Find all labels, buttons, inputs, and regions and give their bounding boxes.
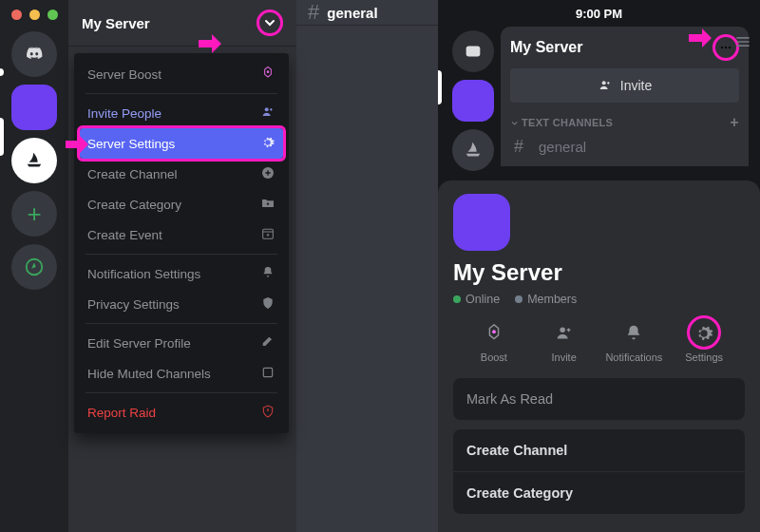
server-icon-large bbox=[453, 194, 510, 251]
menu-privacy-settings[interactable]: Privacy Settings bbox=[80, 289, 283, 319]
hash-icon: # bbox=[308, 0, 319, 25]
server-icon-selected[interactable] bbox=[11, 85, 57, 130]
menu-create-event[interactable]: Create Event bbox=[80, 219, 283, 250]
tutorial-arrow-icon bbox=[61, 135, 93, 154]
guild-pill-indicator bbox=[0, 118, 4, 156]
menu-hide-muted[interactable]: Hide Muted Channels bbox=[80, 358, 283, 389]
sheet-create-channel[interactable]: Create Channel bbox=[453, 429, 745, 472]
add-person-icon bbox=[260, 104, 276, 123]
shield-icon bbox=[260, 295, 276, 314]
server-header[interactable]: My Server bbox=[68, 0, 296, 46]
midjourney-icon bbox=[24, 150, 45, 171]
mobile-channel-panel: My Server Invite TEXT CHANNELS + # gener… bbox=[501, 27, 749, 166]
guild-pill-indicator bbox=[438, 70, 442, 104]
add-person-icon bbox=[598, 78, 613, 93]
action-settings[interactable]: Settings bbox=[669, 321, 739, 363]
channel-name: general bbox=[327, 5, 377, 21]
message-icon bbox=[463, 41, 484, 62]
server-stats: Online Members bbox=[453, 293, 745, 306]
action-row: Boost Invite Notifications Settings bbox=[453, 321, 745, 363]
online-dot-icon bbox=[453, 295, 461, 303]
menu-report-raid[interactable]: Report Raid bbox=[80, 397, 283, 428]
menu-separator bbox=[86, 93, 277, 94]
menu-notification-settings[interactable]: Notification Settings bbox=[80, 258, 283, 289]
sheet-list-card: Create Channel Create Category bbox=[453, 429, 745, 514]
desktop-app: + My Server # general Server Boost Invit… bbox=[0, 0, 438, 532]
channel-item[interactable]: # general bbox=[501, 133, 749, 161]
discord-logo-icon bbox=[24, 44, 45, 65]
server-dropdown-menu: Server Boost Invite People Server Settin… bbox=[74, 53, 289, 433]
bell-icon bbox=[623, 323, 644, 344]
members-dot-icon bbox=[515, 295, 522, 303]
action-boost[interactable]: Boost bbox=[459, 321, 529, 363]
sheet-create-category[interactable]: Create Category bbox=[453, 472, 745, 514]
gear-icon bbox=[260, 135, 276, 153]
menu-edit-server-profile[interactable]: Edit Server Profile bbox=[80, 328, 283, 358]
menu-create-channel[interactable]: Create Channel bbox=[80, 159, 283, 189]
home-button[interactable] bbox=[11, 31, 57, 77]
calendar-plus-icon bbox=[260, 226, 276, 244]
chevron-down-icon bbox=[510, 119, 518, 126]
hamburger-button[interactable] bbox=[733, 32, 752, 55]
add-server-button[interactable]: + bbox=[11, 191, 57, 237]
server-name: My Server bbox=[82, 15, 150, 31]
menu-create-category[interactable]: Create Category bbox=[80, 189, 283, 219]
server-dropdown-button[interactable] bbox=[256, 10, 283, 36]
direct-messages-button[interactable] bbox=[452, 30, 494, 72]
add-channel-button[interactable]: + bbox=[730, 114, 739, 131]
mobile-guild-rail bbox=[446, 27, 501, 171]
sheet-server-name: My Server bbox=[453, 260, 745, 285]
midjourney-icon bbox=[463, 140, 484, 161]
server-name: My Server bbox=[510, 39, 583, 56]
chevron-down-icon bbox=[262, 15, 277, 30]
guild-pill-indicator bbox=[0, 68, 4, 76]
window-traffic-lights[interactable] bbox=[11, 6, 58, 28]
tutorial-arrow-icon bbox=[194, 34, 226, 53]
boost-gem-icon bbox=[484, 323, 504, 344]
plus-circle-icon bbox=[260, 165, 276, 183]
hamburger-icon bbox=[733, 32, 752, 51]
bell-icon bbox=[260, 265, 276, 283]
server-icon[interactable] bbox=[11, 138, 57, 183]
hash-icon: # bbox=[514, 137, 523, 157]
add-person-icon bbox=[554, 323, 575, 344]
minimize-window-button[interactable] bbox=[29, 10, 40, 20]
status-bar: 9:00 PM bbox=[438, 0, 760, 21]
menu-separator bbox=[86, 254, 277, 255]
menu-separator bbox=[86, 323, 277, 324]
boost-gem-icon bbox=[260, 66, 276, 84]
close-window-button[interactable] bbox=[11, 10, 22, 20]
action-notifications[interactable]: Notifications bbox=[599, 321, 670, 363]
sheet-mark-read[interactable]: Mark As Read bbox=[453, 378, 745, 420]
shield-alert-icon bbox=[260, 404, 276, 422]
category-header[interactable]: TEXT CHANNELS + bbox=[501, 110, 749, 133]
server-icon-selected[interactable] bbox=[452, 80, 494, 122]
compass-icon bbox=[24, 256, 45, 277]
sheet-list-card: Mark As Read bbox=[453, 378, 745, 420]
server-action-sheet: My Server Online Members Boost Invite No… bbox=[438, 180, 760, 532]
menu-server-settings[interactable]: Server Settings bbox=[80, 128, 283, 159]
mobile-app: 9:00 PM My Server Invite TEXT C bbox=[438, 0, 760, 532]
maximize-window-button[interactable] bbox=[48, 10, 58, 20]
menu-server-boost[interactable]: Server Boost bbox=[80, 59, 283, 89]
status-time: 9:00 PM bbox=[576, 7, 622, 21]
tutorial-arrow-icon bbox=[684, 28, 716, 48]
menu-invite-people[interactable]: Invite People bbox=[80, 98, 283, 128]
invite-button[interactable]: Invite bbox=[510, 68, 739, 103]
server-icon[interactable] bbox=[452, 129, 494, 171]
square-icon bbox=[260, 365, 276, 383]
pencil-icon bbox=[260, 334, 276, 352]
explore-servers-button[interactable] bbox=[11, 244, 57, 290]
menu-separator bbox=[86, 392, 277, 393]
more-horizontal-icon bbox=[718, 40, 733, 55]
folder-plus-icon bbox=[260, 196, 276, 214]
action-invite[interactable]: Invite bbox=[529, 321, 599, 363]
guild-rail: + bbox=[0, 0, 68, 532]
channel-header: # general bbox=[296, 0, 438, 25]
